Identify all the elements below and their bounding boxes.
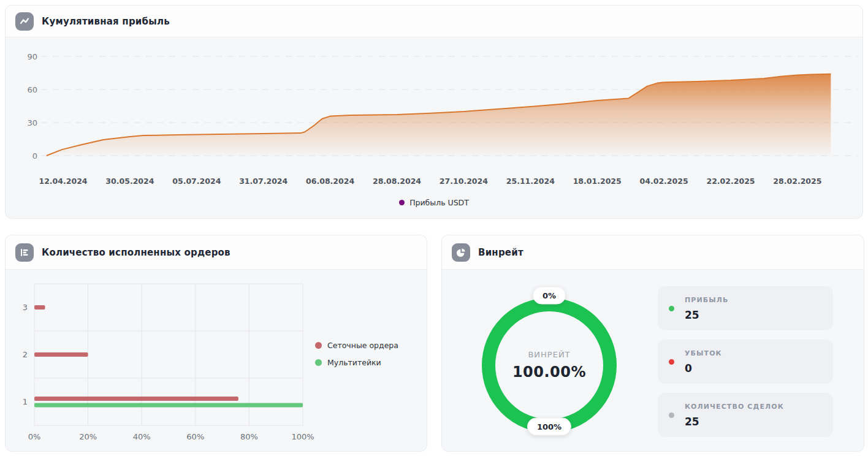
x-tick-label: 20% bbox=[79, 432, 97, 441]
x-tick-label: 80% bbox=[240, 432, 258, 441]
x-tick-label: 22.02.2025 bbox=[706, 177, 755, 186]
stat-label: ПРИБЫЛЬ bbox=[685, 296, 728, 304]
x-tick-label: 27.10.2024 bbox=[440, 177, 488, 186]
y-category-label: 1 bbox=[23, 397, 28, 406]
y-tick-label: 0 bbox=[32, 151, 37, 161]
grid-orders-bar bbox=[34, 352, 88, 357]
legend-item[interactable]: Сеточные ордера bbox=[315, 341, 398, 350]
panel-winrate-header: Винрейт bbox=[442, 235, 864, 270]
x-tick-label: 05.07.2024 bbox=[172, 177, 221, 186]
panel-cumulative-header: Кумулятивная прибыль bbox=[6, 6, 862, 37]
x-tick-label: 60% bbox=[186, 432, 204, 441]
panel-winrate: Винрейт ВИНРЕЙТ 100.00% 0% 100% ПРИБЫЛЬ … bbox=[441, 235, 864, 452]
legend-dot-icon bbox=[399, 200, 405, 205]
winrate-body: ВИНРЕЙТ 100.00% 0% 100% ПРИБЫЛЬ 25 УБЫТО… bbox=[442, 270, 864, 451]
stat-value: 25 bbox=[685, 309, 699, 321]
grid-orders-bar bbox=[34, 397, 238, 401]
panel-cumulative-profit: Кумулятивная прибыль 0306090 12.04.20243… bbox=[5, 5, 863, 219]
orders-chart-legend[interactable]: Сеточные ордераМультитейки bbox=[315, 341, 398, 367]
orders-bar-chart-canvas[interactable]: 0%20%40%60%80%100%321 Сеточные ордераМул… bbox=[6, 270, 427, 451]
x-tick-label: 31.07.2024 bbox=[239, 177, 287, 186]
stat-value: 25 bbox=[685, 416, 699, 428]
legend-item[interactable]: Мультитейки bbox=[315, 358, 398, 367]
y-tick-label: 30 bbox=[27, 118, 37, 127]
y-category-label: 3 bbox=[23, 303, 28, 312]
cumulative-area-chart: 0306090 bbox=[6, 37, 862, 175]
x-tick-label: 12.04.2024 bbox=[39, 177, 87, 186]
legend-label: Мультитейки bbox=[327, 358, 381, 367]
stat-card-loss: УБЫТОК 0 bbox=[658, 340, 833, 384]
profit-dot-icon bbox=[669, 306, 674, 311]
legend-dot-icon bbox=[315, 342, 322, 349]
cumulative-profit-chart-canvas[interactable]: 0306090 12.04.202430.05.202405.07.202431… bbox=[6, 37, 862, 218]
panel-title-orders: Количество исполненных ордеров bbox=[42, 247, 230, 258]
x-tick-label: 04.02.2025 bbox=[640, 177, 688, 186]
stat-card-profit: ПРИБЫЛЬ 25 bbox=[658, 286, 833, 330]
x-tick-label: 25.11.2024 bbox=[506, 177, 555, 186]
cumulative-chart-legend[interactable]: Прибыль USDT bbox=[6, 198, 862, 207]
x-tick-label: 18.01.2025 bbox=[573, 177, 622, 186]
loss-dot-icon bbox=[669, 359, 674, 365]
stat-value: 0 bbox=[685, 362, 692, 374]
donut-center-text: ВИНРЕЙТ 100.00% bbox=[500, 350, 598, 381]
pie-chart-icon bbox=[452, 243, 470, 262]
multitake-bar bbox=[34, 403, 303, 408]
stat-label: КОЛИЧЕСТВО СДЕЛОК bbox=[685, 403, 784, 411]
panel-orders-header: Количество исполненных ордеров bbox=[6, 235, 427, 270]
x-tick-label: 06.08.2024 bbox=[306, 177, 354, 186]
y-tick-label: 60 bbox=[27, 85, 37, 94]
y-category-label: 2 bbox=[23, 350, 28, 359]
stat-label: УБЫТОК bbox=[685, 349, 722, 357]
profit-area bbox=[47, 74, 831, 156]
horizontal-bars-icon bbox=[15, 243, 34, 262]
trades-dot-icon bbox=[669, 412, 674, 418]
panel-executed-orders: Количество исполненных ордеров 0%20%40%6… bbox=[5, 235, 427, 452]
trend-line-icon bbox=[15, 12, 34, 31]
x-tick-label: 28.02.2025 bbox=[773, 177, 821, 186]
legend-dot-icon bbox=[315, 359, 322, 366]
donut-badge-0pct: 0% bbox=[533, 287, 566, 305]
x-tick-label: 100% bbox=[291, 432, 314, 441]
grid-orders-bar bbox=[34, 305, 45, 310]
x-tick-label: 0% bbox=[28, 432, 41, 441]
stat-card-trades-count: КОЛИЧЕСТВО СДЕЛОК 25 bbox=[658, 393, 833, 437]
x-tick-label: 40% bbox=[133, 432, 151, 441]
x-tick-label: 28.08.2024 bbox=[373, 177, 421, 186]
page-title: Кумулятивная прибыль bbox=[42, 16, 170, 27]
winrate-center-label: ВИНРЕЙТ bbox=[500, 350, 598, 359]
x-tick-label: 30.05.2024 bbox=[105, 177, 154, 186]
donut-badge-100pct: 100% bbox=[527, 418, 571, 436]
legend-label: Сеточные ордера bbox=[327, 341, 398, 350]
winrate-center-value: 100.00% bbox=[500, 363, 598, 381]
panel-title-winrate: Винрейт bbox=[478, 247, 523, 258]
y-tick-label: 90 bbox=[27, 52, 37, 61]
legend-label: Прибыль USDT bbox=[409, 198, 469, 207]
